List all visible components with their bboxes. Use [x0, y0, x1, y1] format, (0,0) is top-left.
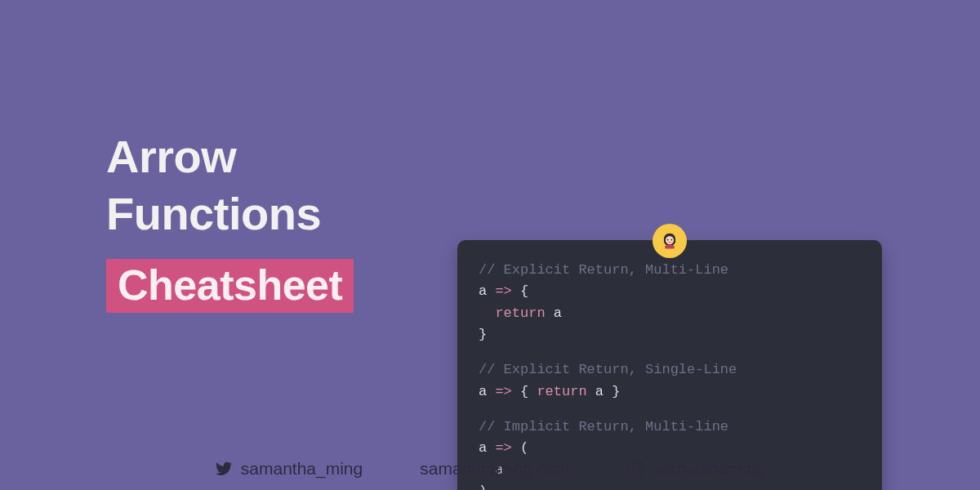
- svg-point-6: [639, 464, 640, 466]
- code-card: // Explicit Return, Multi-Linea => { ret…: [457, 240, 882, 490]
- footer: samantha_ming samanthaming.com samantham…: [0, 459, 980, 479]
- svg-point-1: [666, 236, 674, 244]
- code-line: a => {: [479, 281, 861, 302]
- code-line: return a: [479, 303, 861, 324]
- code-line: a => { return a }: [479, 381, 861, 403]
- twitter-handle: samantha_ming: [215, 459, 363, 479]
- code-comment: // Explicit Return, Multi-Line: [479, 260, 861, 281]
- svg-point-2: [667, 239, 669, 241]
- title-line: Arrow: [106, 128, 457, 185]
- code-line: }: [479, 324, 861, 345]
- instagram-icon: [626, 460, 644, 478]
- code-comment: // Explicit Return, Single-Line: [479, 359, 861, 381]
- instagram-text: samanthaming: [653, 459, 765, 479]
- code-line: a => (: [479, 438, 861, 459]
- svg-rect-4: [629, 462, 643, 476]
- instagram-handle: samanthaming: [626, 459, 765, 479]
- title-block: Arrow Functions Cheatsheet: [0, 128, 457, 313]
- title-line: Functions: [106, 185, 457, 243]
- website-handle: samanthaming.com: [420, 459, 569, 479]
- svg-point-5: [633, 466, 639, 472]
- twitter-icon: [215, 460, 233, 478]
- code-comment: // Implicit Return, Multi-line: [479, 416, 861, 438]
- title-highlight: Cheatsheet: [106, 259, 354, 313]
- code-content: // Explicit Return, Multi-Linea => { ret…: [479, 260, 861, 490]
- website-text: samanthaming.com: [420, 459, 569, 479]
- twitter-text: samantha_ming: [241, 459, 363, 479]
- avatar: [653, 224, 687, 258]
- avatar-icon: [657, 229, 682, 253]
- svg-point-3: [671, 239, 673, 241]
- code-line: ): [479, 481, 861, 490]
